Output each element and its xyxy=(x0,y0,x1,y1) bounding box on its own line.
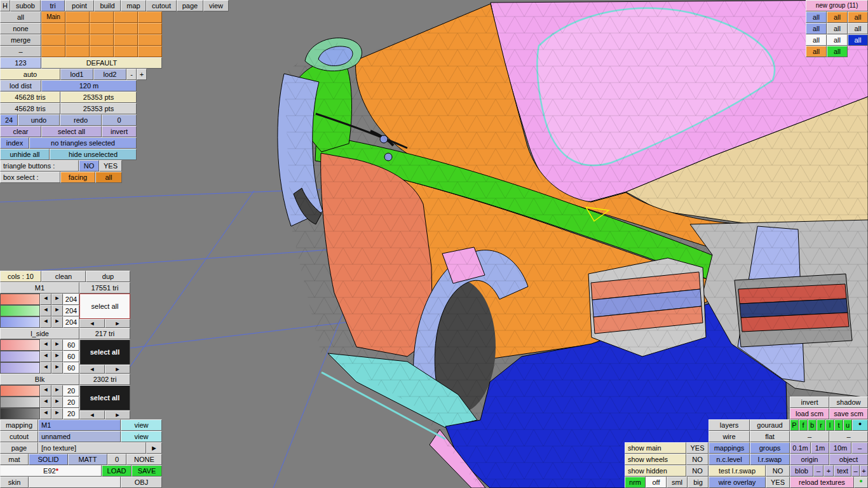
index-button[interactable]: index xyxy=(0,137,29,149)
gouraud-button[interactable]: gouraud xyxy=(750,419,790,431)
blob-label[interactable]: blob xyxy=(790,465,813,477)
prev-color-button[interactable]: ◄ xyxy=(40,396,51,408)
color-slot[interactable] xyxy=(0,339,40,351)
prev-color-button[interactable]: ◄ xyxy=(40,305,51,316)
mat-zero-value[interactable]: 0 xyxy=(107,454,126,465)
obj-button[interactable]: OBJ xyxy=(121,477,162,488)
color-slot[interactable] xyxy=(0,396,40,408)
lod-plus-button[interactable]: + xyxy=(137,69,147,80)
skin-label[interactable]: skin xyxy=(0,477,29,488)
prev-color-button[interactable]: ◄ xyxy=(40,294,51,305)
groups-merge-button[interactable]: merge xyxy=(0,34,41,46)
menu-h-button[interactable]: H xyxy=(0,0,10,11)
shadow-button[interactable]: shadow xyxy=(829,396,868,408)
next-color-button[interactable]: ► xyxy=(51,294,63,305)
color-slot[interactable] xyxy=(0,294,40,305)
group-grid-cell[interactable] xyxy=(114,46,138,57)
groups-all-button[interactable]: all xyxy=(0,11,41,23)
load-scm-button[interactable]: load scm xyxy=(790,408,829,419)
page-next-button[interactable]: ► xyxy=(146,442,162,454)
proj-letter-button[interactable]: u xyxy=(843,419,852,431)
groups-button[interactable]: groups xyxy=(750,442,790,454)
save-button[interactable]: SAVE xyxy=(132,465,162,477)
group-all-button[interactable]: all xyxy=(827,23,848,34)
nc-level-button[interactable]: n.c.level xyxy=(709,454,750,465)
tab-cutout[interactable]: cutout xyxy=(146,0,177,11)
group-grid-cell[interactable] xyxy=(65,23,90,34)
default-group-label[interactable]: DEFAULT xyxy=(41,57,162,69)
lod-dist-value[interactable]: 120 m xyxy=(41,80,137,92)
group-all-button-selected[interactable]: all xyxy=(848,34,868,46)
group-grid-cell[interactable] xyxy=(65,34,90,46)
reload-textures-button[interactable]: reload textures xyxy=(790,477,854,488)
color-slot[interactable] xyxy=(0,305,40,316)
mapping-value[interactable]: M1 xyxy=(38,419,121,431)
color-slot[interactable] xyxy=(0,316,40,328)
nrm-button[interactable]: nrm xyxy=(625,477,646,488)
redo-button[interactable]: redo xyxy=(60,114,102,126)
prev-material-button[interactable]: ◄ xyxy=(79,319,105,328)
save-scm-button[interactable]: save scm xyxy=(829,408,868,419)
invert-button[interactable]: invert xyxy=(102,126,137,137)
groups-123-button[interactable]: 123 xyxy=(0,57,41,69)
new-group-title[interactable]: new group (11) xyxy=(806,0,868,11)
group-grid-cell[interactable] xyxy=(41,46,65,57)
group-all-button[interactable]: all xyxy=(806,46,827,57)
blob-plus-button[interactable]: + xyxy=(824,465,834,477)
nrm-sml-button[interactable]: sml xyxy=(667,477,688,488)
material-select-all-button[interactable]: select all xyxy=(79,294,130,319)
group-grid-cell[interactable] xyxy=(65,11,90,23)
box-select-all[interactable]: all xyxy=(95,172,122,183)
group-all-button[interactable]: all xyxy=(827,46,848,57)
dash-button[interactable]: – xyxy=(790,431,829,442)
next-color-button[interactable]: ► xyxy=(51,305,63,316)
tab-point[interactable]: point xyxy=(65,0,94,11)
scale-dash-button[interactable]: – xyxy=(851,442,868,454)
next-color-button[interactable]: ► xyxy=(51,351,63,362)
group-grid-cell[interactable] xyxy=(90,23,114,34)
group-grid-cell[interactable] xyxy=(90,11,114,23)
group-all-button[interactable]: all xyxy=(806,34,827,46)
next-color-button[interactable]: ► xyxy=(51,385,63,396)
lod-auto-button[interactable]: auto xyxy=(0,69,60,80)
group-grid-cell[interactable] xyxy=(41,34,65,46)
group-grid-cell[interactable] xyxy=(138,34,162,46)
triangle-buttons-no[interactable]: NO xyxy=(79,160,99,172)
proj-dot-indicator[interactable]: ● xyxy=(852,419,868,431)
origin-button[interactable]: origin xyxy=(790,454,829,465)
next-color-button[interactable]: ► xyxy=(51,408,63,419)
group-grid-cell[interactable] xyxy=(90,34,114,46)
box-select-facing[interactable]: facing xyxy=(60,172,95,183)
prev-color-button[interactable]: ◄ xyxy=(40,316,51,328)
group-grid-cell[interactable] xyxy=(114,23,138,34)
prev-color-button[interactable]: ◄ xyxy=(40,339,51,351)
tab-tri[interactable]: tri xyxy=(41,0,65,11)
group-all-button[interactable]: all xyxy=(827,11,848,23)
next-color-button[interactable]: ► xyxy=(51,339,63,351)
load-button[interactable]: LOAD xyxy=(102,465,132,477)
test-lr-swap-toggle[interactable]: NO xyxy=(766,465,790,477)
tab-view[interactable]: view xyxy=(203,0,229,11)
group-grid-cell[interactable] xyxy=(138,11,162,23)
nrm-off-button[interactable]: off xyxy=(646,477,667,488)
material-select-all-button[interactable]: select all xyxy=(79,339,130,365)
color-slot[interactable] xyxy=(0,351,40,362)
model-name-field[interactable]: E92* xyxy=(0,465,102,477)
mat-matt-button[interactable]: MATT xyxy=(68,454,107,465)
group-grid-cell[interactable] xyxy=(65,46,90,57)
prev-color-button[interactable]: ◄ xyxy=(40,362,51,374)
color-slot[interactable] xyxy=(0,362,40,374)
prev-color-button[interactable]: ◄ xyxy=(40,408,51,419)
lod1-button[interactable]: lod1 xyxy=(60,69,93,80)
tab-build[interactable]: build xyxy=(94,0,121,11)
tab-subob[interactable]: subob xyxy=(10,0,41,11)
show-wheels-toggle[interactable]: NO xyxy=(686,454,709,465)
clear-button[interactable]: clear xyxy=(0,126,41,137)
undo-button[interactable]: undo xyxy=(18,114,60,126)
proj-letter-button[interactable]: b xyxy=(808,419,817,431)
wire-overlay-toggle[interactable]: YES xyxy=(766,477,790,488)
text-minus-button[interactable]: – xyxy=(851,465,860,477)
group-all-button[interactable]: all xyxy=(806,23,827,34)
cutout-view-button[interactable]: view xyxy=(121,431,162,442)
text-label[interactable]: text xyxy=(834,465,851,477)
